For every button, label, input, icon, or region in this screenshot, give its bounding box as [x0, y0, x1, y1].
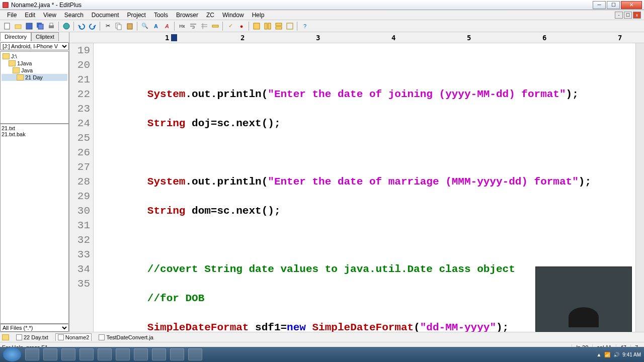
scrollbar-vertical[interactable] [635, 43, 644, 332]
ruler-mark: 7 [618, 34, 622, 42]
taskbar: ▲ 📶 🔊 9:41 AM [0, 347, 644, 362]
file-filter[interactable]: All Files (*.*) [0, 324, 69, 332]
menu-browser[interactable]: Browser [172, 11, 202, 20]
line-gutter: 1920212223242526272829303132333435 [69, 43, 94, 332]
spell-icon[interactable]: ✓ [225, 21, 235, 31]
window4-icon[interactable] [285, 21, 295, 31]
svg-rect-1 [5, 23, 10, 29]
window-title: Noname2.java * - EditPlus [11, 2, 593, 9]
menu-tools[interactable]: Tools [150, 11, 172, 20]
record-icon[interactable]: ● [236, 21, 247, 31]
titlebar: Noname2.java * - EditPlus ─ ☐ ✕ [0, 0, 644, 10]
close-button[interactable]: ✕ [621, 1, 642, 9]
save-icon[interactable] [24, 21, 34, 31]
minimize-button[interactable]: ─ [593, 1, 606, 9]
new-file-icon[interactable] [2, 21, 12, 31]
find-icon[interactable]: 🔍 [140, 21, 150, 31]
taskbar-app-icon[interactable] [152, 348, 166, 360]
font-icon[interactable]: A [151, 21, 161, 31]
toolbar: ✂ 🔍 A A Hx ✓ ● ? [0, 20, 644, 32]
menu-file[interactable]: File [3, 11, 21, 20]
menu-zc[interactable]: ZC [202, 11, 218, 20]
sidebar: Directory Cliptext [J:] Android, I-Phone… [0, 32, 69, 332]
doc-icon [16, 334, 22, 340]
doc-tab[interactable]: 22 Day.txt [14, 334, 50, 341]
system-tray[interactable]: ▲ 📶 🔊 9:41 AM [596, 352, 641, 357]
directory-tree[interactable]: J:\ 1Java Java 21 Day [0, 51, 69, 124]
tree-item[interactable]: 21 Day [2, 74, 67, 81]
ruler-icon[interactable] [210, 21, 220, 31]
browser-icon[interactable] [61, 21, 71, 31]
svg-rect-2 [15, 25, 21, 29]
taskbar-ie-icon[interactable] [25, 348, 39, 360]
ruler-caret [171, 34, 177, 41]
open-file-icon[interactable] [13, 21, 23, 31]
mdi-close-button[interactable]: x [633, 12, 641, 19]
copy-icon[interactable] [114, 21, 124, 31]
tab-cliptext[interactable]: Cliptext [31, 32, 59, 41]
font-style-icon[interactable]: A [162, 21, 172, 31]
undo-icon[interactable] [76, 21, 87, 31]
svg-rect-0 [3, 2, 9, 8]
ruler-mark: 3 [316, 34, 320, 42]
mdi-minimize-button[interactable]: - [615, 12, 623, 19]
doc-tab[interactable]: Noname2 [55, 333, 92, 341]
clock[interactable]: 9:41 AM [622, 352, 641, 357]
taskbar-firefox-icon[interactable] [79, 348, 94, 360]
window-controls: ─ ☐ ✕ [593, 1, 642, 9]
wrap-icon[interactable] [188, 21, 198, 31]
taskbar-cmd-icon[interactable] [188, 348, 202, 360]
tray-flag-icon[interactable]: ▲ [596, 352, 601, 357]
tray-network-icon[interactable]: 📶 [604, 352, 610, 357]
print-icon[interactable] [46, 21, 56, 31]
menu-view[interactable]: View [39, 11, 60, 20]
menu-edit[interactable]: Edit [21, 11, 39, 20]
taskbar-app-icon[interactable] [134, 348, 148, 360]
file-item[interactable]: 21.txt.bak [2, 131, 67, 137]
folder-icon [9, 60, 16, 66]
svg-rect-10 [117, 25, 121, 30]
cut-icon[interactable]: ✂ [103, 21, 113, 31]
linenum-icon[interactable] [199, 21, 209, 31]
menu-project[interactable]: Project [123, 11, 150, 20]
ruler: 1 2 3 4 5 6 7 [69, 32, 644, 43]
doc-icon [99, 334, 105, 340]
taskbar-explorer-icon[interactable] [43, 348, 57, 360]
menu-window[interactable]: Window [218, 11, 248, 20]
maximize-button[interactable]: ☐ [607, 1, 620, 9]
taskbar-chrome-icon[interactable] [98, 348, 112, 360]
ruler-mark: 4 [391, 34, 395, 42]
tray-volume-icon[interactable]: 🔊 [613, 352, 619, 357]
file-list[interactable]: 21.txt 21.txt.bak [0, 124, 69, 324]
tree-item[interactable]: J:\ [2, 53, 67, 60]
save-all-icon[interactable] [35, 21, 45, 31]
file-item[interactable]: 21.txt [2, 125, 67, 131]
menu-help[interactable]: Help [248, 11, 269, 20]
svg-rect-18 [268, 23, 271, 29]
hex-icon[interactable]: Hx [177, 21, 187, 31]
window2-icon[interactable] [263, 21, 273, 31]
taskbar-media-icon[interactable] [61, 348, 75, 360]
svg-point-8 [63, 23, 69, 29]
tree-item[interactable]: 1Java [2, 60, 67, 67]
drive-select[interactable]: [J:] Android, I-Phone V [0, 42, 69, 50]
help-icon[interactable]: ? [300, 21, 310, 31]
svg-rect-16 [254, 23, 260, 29]
mdi-restore-button[interactable]: ☐ [624, 12, 632, 19]
window1-icon[interactable] [252, 21, 262, 31]
menu-search[interactable]: Search [60, 11, 88, 20]
redo-icon[interactable] [88, 21, 98, 31]
ruler-mark: 6 [542, 34, 546, 42]
menu-document[interactable]: Document [88, 11, 123, 20]
tree-item[interactable]: Java [2, 67, 67, 74]
svg-rect-20 [276, 27, 282, 29]
taskbar-app-icon[interactable] [170, 348, 184, 360]
taskbar-app-icon[interactable] [116, 348, 130, 360]
start-button[interactable] [3, 347, 21, 361]
paste-icon[interactable] [125, 21, 135, 31]
tab-directory[interactable]: Directory [0, 32, 31, 41]
folder-icon [3, 53, 10, 59]
window3-icon[interactable] [274, 21, 284, 31]
ruler-mark: 2 [240, 34, 245, 42]
doc-tab[interactable]: TestDateConvert.ja [97, 334, 155, 341]
